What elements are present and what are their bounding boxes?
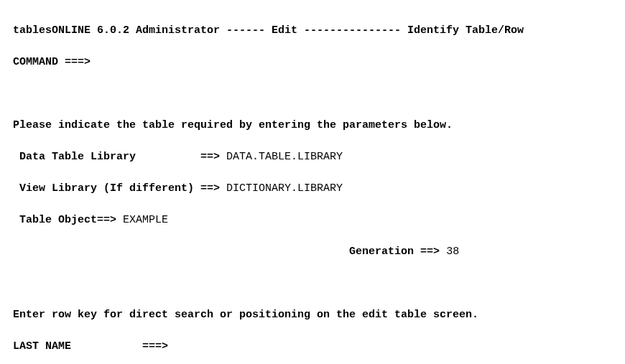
generation-row: Generation ==> [13,244,612,260]
table-object-row: Table Object==> [13,213,612,228]
generation-input[interactable] [446,246,504,258]
table-object-input[interactable] [123,214,338,226]
command-line: COMMAND ===> [13,55,612,70]
data-table-library-row: Data Table Library ==> [13,149,612,165]
last-name-label: LAST NAME ===> [13,340,168,353]
instruction-line: Please indicate the table required by en… [13,118,612,134]
row-key-instruction: Enter row key for direct search or posit… [13,307,612,323]
view-library-input[interactable] [226,182,442,195]
view-library-row: View Library (If different) ==> [13,181,612,197]
data-table-library-input[interactable] [226,151,442,163]
screen-title: tablesONLINE 6.0.2 Administrator ------ … [13,23,612,39]
command-input[interactable] [97,56,456,68]
last-name-input[interactable] [175,340,390,353]
last-name-row: LAST NAME ===> [13,339,612,355]
command-label: COMMAND ===> [13,56,91,68]
table-object-label: Table Object==> [13,214,116,226]
terminal-screen: tablesONLINE 6.0.2 Administrator ------ … [0,0,625,364]
view-library-label: View Library (If different) ==> [13,182,220,195]
generation-label: Generation ==> [349,246,440,258]
data-table-library-label: Data Table Library ==> [13,151,220,163]
